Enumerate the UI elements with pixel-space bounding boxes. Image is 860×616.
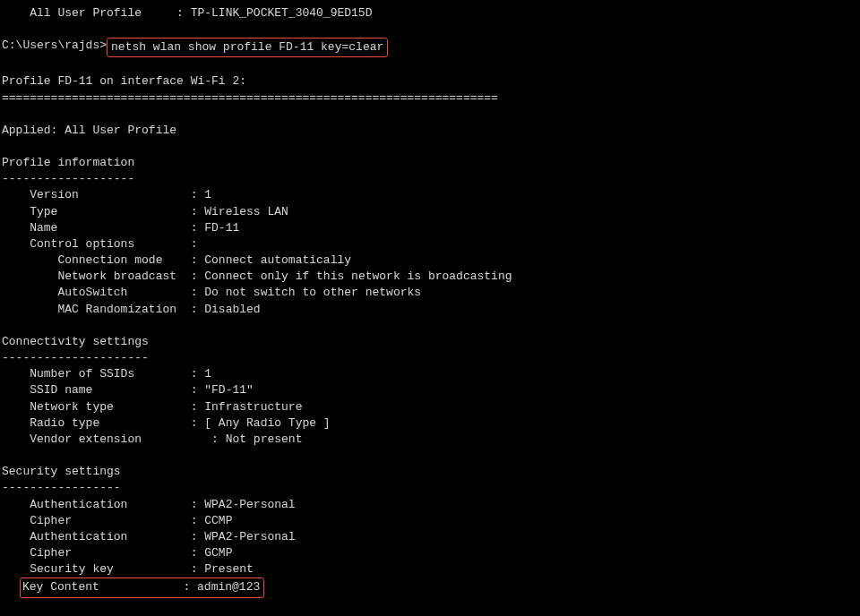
divider: ========================================… [0, 90, 860, 107]
header-all-user-profile: All User Profile : TP-LINK_POCKET_3040_9… [0, 5, 860, 21]
name-row: Name : FD-11 [0, 220, 860, 236]
version-row: Version : 1 [0, 187, 860, 203]
vendor-extension-row: Vendor extension : Not present [0, 432, 860, 448]
profile-info-dash: ------------------- [0, 171, 860, 187]
type-row: Type : Wireless LAN [0, 204, 860, 220]
num-ssids-row: Number of SSIDs : 1 [0, 366, 860, 382]
blank-line [0, 598, 860, 614]
command-prompt-line[interactable]: C:\Users\rajds>netsh wlan show profile F… [0, 38, 860, 57]
autoswitch-row: AutoSwitch : Do not switch to other netw… [0, 285, 860, 301]
network-broadcast-row: Network broadcast : Connect only if this… [0, 269, 860, 285]
security-title: Security settings [0, 464, 860, 480]
network-type-row: Network type : Infrastructure [0, 399, 860, 415]
blank-line [0, 448, 860, 464]
ssid-name-row: SSID name : "FD-11" [0, 382, 860, 398]
radio-type-row: Radio type : [ Any Radio Type ] [0, 415, 860, 432]
connectivity-title: Connectivity settings [0, 334, 860, 350]
blank-line [0, 139, 860, 155]
connectivity-dash: --------------------- [0, 350, 860, 366]
security-dash: ----------------- [0, 480, 860, 496]
cipher1-row: Cipher : CCMP [0, 513, 860, 529]
connection-mode-row: Connection mode : Connect automatically [0, 252, 860, 269]
blank-line [0, 57, 860, 73]
control-options-row: Control options : [0, 236, 860, 252]
authentication2-row: Authentication : WPA2-Personal [0, 529, 860, 545]
profile-info-title: Profile information [0, 155, 860, 171]
cipher2-row: Cipher : GCMP [0, 545, 860, 561]
prompt-path: C:\Users\rajds> [2, 38, 107, 57]
authentication1-row: Authentication : WPA2-Personal [0, 497, 860, 513]
blank-line [0, 318, 860, 334]
mac-randomization-row: MAC Randomization : Disabled [0, 302, 860, 318]
key-content-highlight: Key Content : admin@123 [20, 578, 264, 597]
blank-line [0, 107, 860, 123]
applied-line: Applied: All User Profile [0, 123, 860, 139]
blank-line [0, 21, 860, 38]
profile-header: Profile FD-11 on interface Wi-Fi 2: [0, 73, 860, 90]
command-highlight: netsh wlan show profile FD-11 key=clear [107, 38, 388, 57]
security-key-row: Security key : Present [0, 561, 860, 578]
